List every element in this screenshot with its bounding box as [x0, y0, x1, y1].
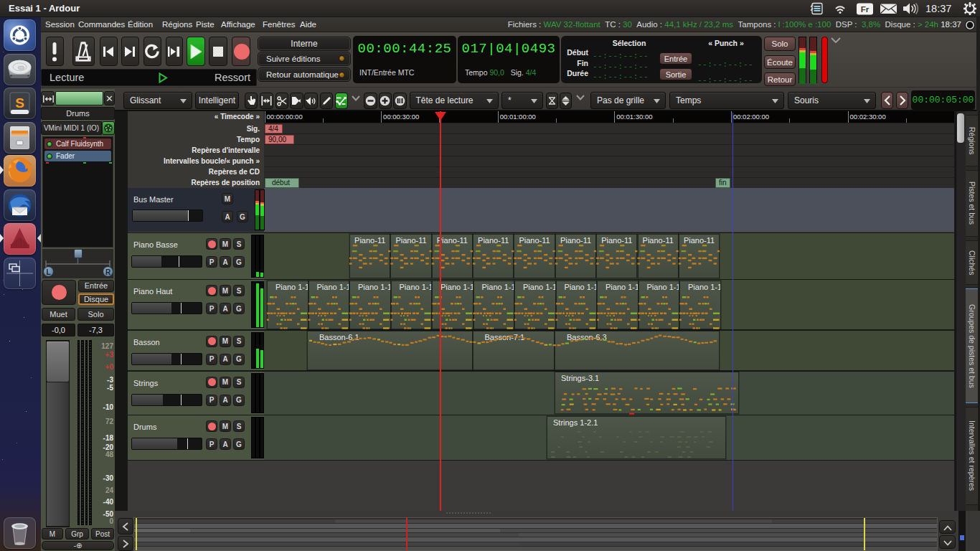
svg-text:Fr: Fr: [861, 5, 870, 14]
svg-text:18:37: 18:37: [925, 3, 951, 14]
svg-text:S: S: [15, 95, 24, 110]
